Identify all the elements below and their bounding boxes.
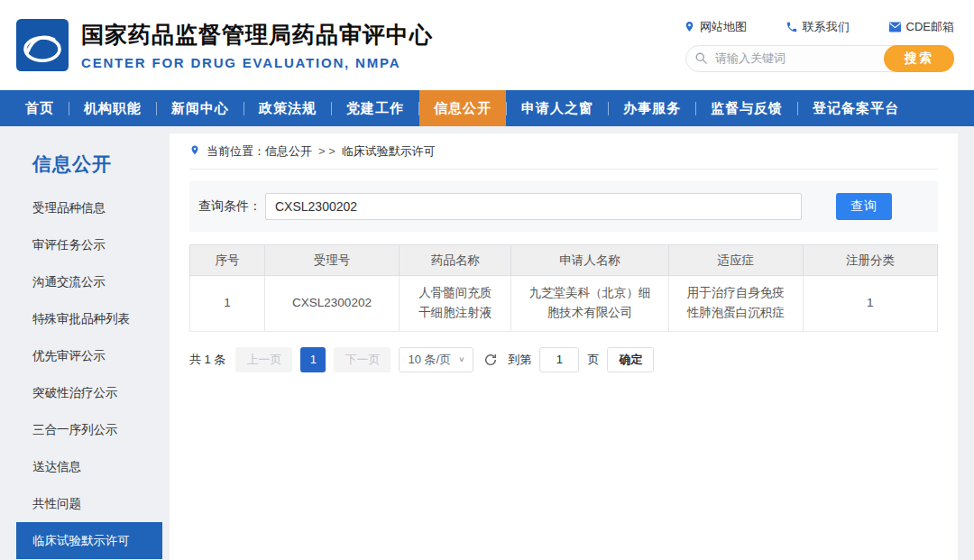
page-size-value: 10 条/页 xyxy=(408,352,451,368)
prev-page-button[interactable]: 上一页 xyxy=(235,347,292,372)
cell-registration-class: 1 xyxy=(803,276,937,332)
nav-item-functions[interactable]: 机构职能 xyxy=(69,90,156,126)
contact-link[interactable]: 联系我们 xyxy=(786,19,850,35)
site-title: 国家药品监督管理局药品审评中心 xyxy=(81,20,433,50)
refresh-icon[interactable] xyxy=(483,353,498,367)
query-input[interactable] xyxy=(265,193,802,220)
contact-label: 联系我们 xyxy=(803,19,850,35)
query-row: 查询条件： 查询 xyxy=(189,181,938,232)
breadcrumb-current: 临床试验默示许可 xyxy=(342,143,436,160)
col-header-indication: 适应症 xyxy=(668,245,803,276)
results-table: 序号 受理号 药品名称 申请人名称 适应症 注册分类 1 CXSL2300202… xyxy=(189,244,938,332)
pagination-total: 共 1 条 xyxy=(189,352,225,368)
search-button[interactable]: 搜索 xyxy=(884,45,954,72)
nav-item-home[interactable]: 首页 xyxy=(11,90,69,126)
breadcrumb: 当前位置：信息公开 > > 临床试验默示许可 xyxy=(189,133,938,170)
sidebar-item-three-in-one[interactable]: 三合一序列公示 xyxy=(16,411,162,448)
nav-item-supervision-feedback[interactable]: 监督与反馈 xyxy=(696,90,797,126)
sidebar-title: 信息公开 xyxy=(16,133,162,189)
cell-seq: 1 xyxy=(190,276,265,332)
sidebar-item-delivery-info[interactable]: 送达信息 xyxy=(16,448,162,485)
sidebar-item-common-issues[interactable]: 共性问题 xyxy=(16,485,162,522)
goto-page-input[interactable] xyxy=(539,347,579,372)
mail-icon xyxy=(888,22,902,32)
location-pin-icon xyxy=(684,20,695,33)
main-panel: 当前位置：信息公开 > > 临床试验默示许可 查询条件： 查询 序号 受理号 药… xyxy=(170,133,958,560)
cell-indication: 用于治疗自身免疫性肺泡蛋白沉积症 xyxy=(668,276,803,332)
query-label: 查询条件： xyxy=(198,198,262,215)
cde-logo-icon xyxy=(16,19,69,71)
col-header-acceptance-no: 受理号 xyxy=(264,245,399,276)
goto-page-prefix: 到第 xyxy=(508,352,531,368)
sidebar-item-accepted-varieties[interactable]: 受理品种信息 xyxy=(16,189,162,226)
mailbox-label: CDE邮箱 xyxy=(906,19,954,35)
sidebar-item-special-approval-list[interactable]: 特殊审批品种列表 xyxy=(16,300,162,337)
location-pin-icon xyxy=(189,143,200,160)
confirm-button[interactable]: 确定 xyxy=(607,347,654,372)
sitemap-link[interactable]: 网站地图 xyxy=(684,19,747,35)
sidebar: 信息公开 受理品种信息 审评任务公示 沟通交流公示 特殊审批品种列表 优先审评公… xyxy=(16,133,162,560)
nav-item-registration-platform[interactable]: 登记备案平台 xyxy=(798,90,914,126)
col-header-applicant-name: 申请人名称 xyxy=(511,245,668,276)
goto-page-suffix: 页 xyxy=(587,352,599,368)
content: 信息公开 受理品种信息 审评任务公示 沟通交流公示 特殊审批品种列表 优先审评公… xyxy=(16,133,958,560)
brand-text: 国家药品监督管理局药品审评中心 CENTER FOR DRUG EVALUATI… xyxy=(81,20,433,70)
breadcrumb-separator: > > xyxy=(318,144,335,158)
cell-applicant-name: 九芝堂美科（北京）细胞技术有限公司 xyxy=(511,276,668,332)
search-bar: 搜索 xyxy=(685,45,954,72)
sitemap-label: 网站地图 xyxy=(700,19,747,35)
page-number-button[interactable]: 1 xyxy=(300,347,326,372)
mailbox-link[interactable]: CDE邮箱 xyxy=(888,19,954,35)
table-row: 1 CXSL2300202 人骨髓间充质干细胞注射液 九芝堂美科（北京）细胞技术… xyxy=(190,276,938,332)
nav-item-news[interactable]: 新闻中心 xyxy=(157,90,244,126)
quick-links: 网站地图 联系我们 CDE邮箱 xyxy=(684,19,954,35)
sidebar-item-priority-review[interactable]: 优先审评公示 xyxy=(16,337,162,374)
table-header-row: 序号 受理号 药品名称 申请人名称 适应症 注册分类 xyxy=(190,245,938,276)
search-icon xyxy=(694,51,708,69)
phone-icon xyxy=(786,21,798,33)
nav-item-applicant-window[interactable]: 申请人之窗 xyxy=(507,90,608,126)
chevron-down-icon: ∨ xyxy=(458,355,464,363)
brand: 国家药品监督管理局药品审评中心 CENTER FOR DRUG EVALUATI… xyxy=(16,19,433,71)
nav-item-info-disclosure[interactable]: 信息公开 xyxy=(419,90,506,126)
nav-item-policies[interactable]: 政策法规 xyxy=(244,90,331,126)
col-header-seq: 序号 xyxy=(190,245,265,276)
nav-item-party-building[interactable]: 党建工作 xyxy=(332,90,418,126)
sidebar-item-clinical-trial-implied-license[interactable]: 临床试验默示许可 xyxy=(16,522,162,559)
page-size-select[interactable]: 10 条/页 ∨ xyxy=(399,347,473,372)
query-button[interactable]: 查询 xyxy=(836,193,892,220)
header: 国家药品监督管理局药品审评中心 CENTER FOR DRUG EVALUATI… xyxy=(0,0,974,90)
sidebar-item-breakthrough-therapy[interactable]: 突破性治疗公示 xyxy=(16,374,162,411)
next-page-button[interactable]: 下一页 xyxy=(334,347,391,372)
main-nav: 首页 机构职能 新闻中心 政策法规 党建工作 信息公开 申请人之窗 办事服务 监… xyxy=(0,90,974,126)
breadcrumb-location: 当前位置：信息公开 xyxy=(207,143,312,160)
sidebar-item-communication[interactable]: 沟通交流公示 xyxy=(16,263,162,300)
sidebar-item-review-tasks[interactable]: 审评任务公示 xyxy=(16,226,162,263)
cell-acceptance-no: CXSL2300202 xyxy=(264,276,399,332)
header-right: 网站地图 联系我们 CDE邮箱 搜索 xyxy=(684,19,954,72)
pagination: 共 1 条 上一页 1 下一页 10 条/页 ∨ 到第 页 确定 xyxy=(189,347,938,372)
col-header-registration-class: 注册分类 xyxy=(803,245,937,276)
col-header-drug-name: 药品名称 xyxy=(400,245,511,276)
cell-drug-name: 人骨髓间充质干细胞注射液 xyxy=(400,276,511,332)
site-subtitle: CENTER FOR DRUG EVALUATION, NMPA xyxy=(81,55,433,70)
nav-item-services[interactable]: 办事服务 xyxy=(609,90,695,126)
